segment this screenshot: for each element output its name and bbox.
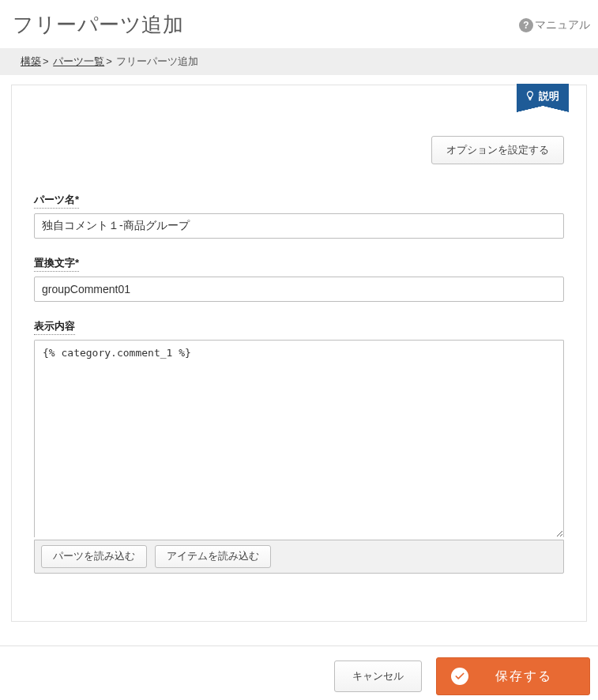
breadcrumb-link-1[interactable]: パーツ一覧 <box>53 55 104 67</box>
footer-action-bar: キャンセル 保存する <box>0 645 598 700</box>
check-icon <box>451 668 468 685</box>
parts-name-input[interactable] <box>34 213 564 239</box>
help-tab-label: 説明 <box>539 91 559 101</box>
content-toolbar: パーツを読み込む アイテムを読み込む <box>34 540 564 574</box>
field-content: 表示内容 パーツを読み込む アイテムを読み込む <box>34 319 564 574</box>
save-button-label: 保存する <box>491 668 556 685</box>
load-parts-button[interactable]: パーツを読み込む <box>41 545 147 568</box>
content-textarea[interactable] <box>34 340 564 537</box>
breadcrumb: 構築> パーツ一覧> フリーパーツ追加 <box>0 48 598 75</box>
lightbulb-icon <box>525 90 536 101</box>
load-item-button[interactable]: アイテムを読み込む <box>155 545 271 568</box>
breadcrumb-link-0[interactable]: 構築 <box>21 55 41 67</box>
manual-link[interactable]: ? マニュアル <box>519 18 590 32</box>
manual-link-label: マニュアル <box>535 18 590 32</box>
content-label: 表示内容 <box>34 319 75 335</box>
field-parts-name: パーツ名* <box>34 193 564 239</box>
replace-string-input[interactable] <box>34 277 564 302</box>
page-header: フリーパーツ追加 ? マニュアル <box>0 0 598 48</box>
breadcrumb-current: フリーパーツ追加 <box>116 55 198 67</box>
form-body: パーツ名* 置換文字* 表示内容 パーツを読み込む アイテムを読み込む <box>12 164 586 574</box>
parts-name-label: パーツ名* <box>34 193 79 209</box>
save-button[interactable]: 保存する <box>436 657 590 695</box>
main-panel: 説明 オプションを設定する パーツ名* 置換文字* 表示内容 パーツを読み込む … <box>11 85 587 622</box>
page-title: フリーパーツ追加 <box>13 11 183 39</box>
replace-string-label: 置換文字* <box>34 256 79 272</box>
cancel-button[interactable]: キャンセル <box>334 660 422 692</box>
help-icon: ? <box>519 18 533 32</box>
set-options-button[interactable]: オプションを設定する <box>431 136 564 164</box>
field-replace-string: 置換文字* <box>34 256 564 302</box>
help-tab[interactable]: 説明 <box>517 84 569 106</box>
